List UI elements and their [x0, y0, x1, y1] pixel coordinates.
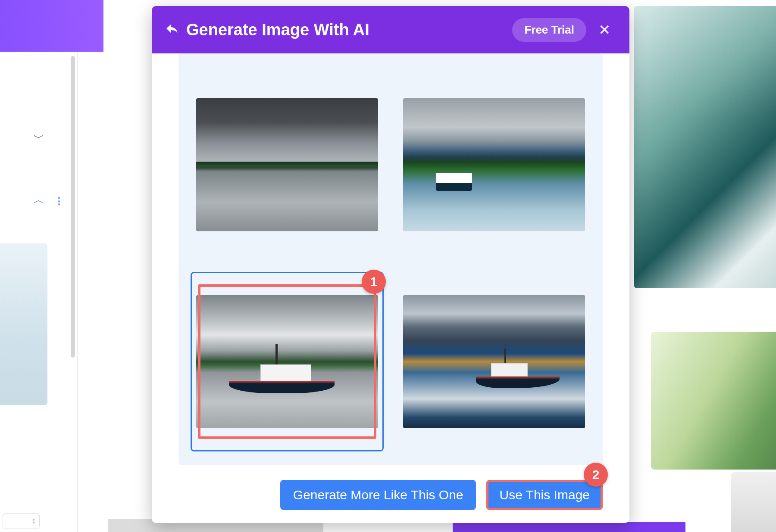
free-trial-badge[interactable]: Free Trial [512, 18, 586, 42]
generated-image [403, 295, 585, 428]
modal-header: Generate Image With AI Free Trial ✕ [152, 6, 629, 53]
sidebar-scrollbar[interactable] [71, 56, 75, 358]
result-image-2[interactable] [397, 75, 591, 255]
modal-body: 1 Generate More Like This [152, 53, 629, 523]
result-image-1[interactable] [191, 75, 384, 255]
boat-illustration [476, 359, 560, 388]
use-this-image-button[interactable]: Use This Image [486, 480, 603, 510]
image-grid: 1 [191, 75, 591, 451]
ai-image-modal: Generate Image With AI Free Trial ✕ [152, 6, 629, 523]
close-icon: ✕ [598, 22, 610, 38]
page-root: ﹀ ︿ ⋮ Generate Image With AI Free Trial [0, 0, 776, 532]
canvas-image-waterfall[interactable] [634, 6, 776, 288]
canvas-image-misc[interactable] [731, 472, 776, 532]
more-options-icon[interactable]: ⋮ [54, 196, 63, 207]
generated-image [196, 295, 378, 428]
boat-illustration [229, 359, 335, 393]
modal-actions: Generate More Like This One Use This Ima… [178, 465, 603, 510]
chevron-down-icon[interactable]: ﹀ [34, 131, 44, 145]
results-panel: 1 [178, 53, 603, 465]
generated-image [403, 98, 585, 231]
sidebar-select[interactable] [3, 513, 40, 529]
result-image-4[interactable] [397, 272, 591, 451]
canvas-image-palms[interactable] [651, 332, 776, 470]
chevron-up-icon[interactable]: ︿ [34, 193, 44, 207]
generated-image [196, 98, 378, 231]
sidebar-preview-thumb[interactable] [0, 243, 47, 405]
back-button[interactable] [165, 23, 178, 36]
result-image-3-selected[interactable]: 1 [191, 272, 384, 451]
modal-title: Generate Image With AI [186, 21, 504, 39]
back-arrow-icon [165, 23, 178, 36]
close-button[interactable]: ✕ [594, 20, 615, 40]
canvas-bar-right [453, 522, 685, 532]
app-header-fragment [0, 0, 103, 52]
annotation-step-1: 1 [362, 270, 386, 294]
generate-more-button[interactable]: Generate More Like This One [280, 480, 476, 510]
